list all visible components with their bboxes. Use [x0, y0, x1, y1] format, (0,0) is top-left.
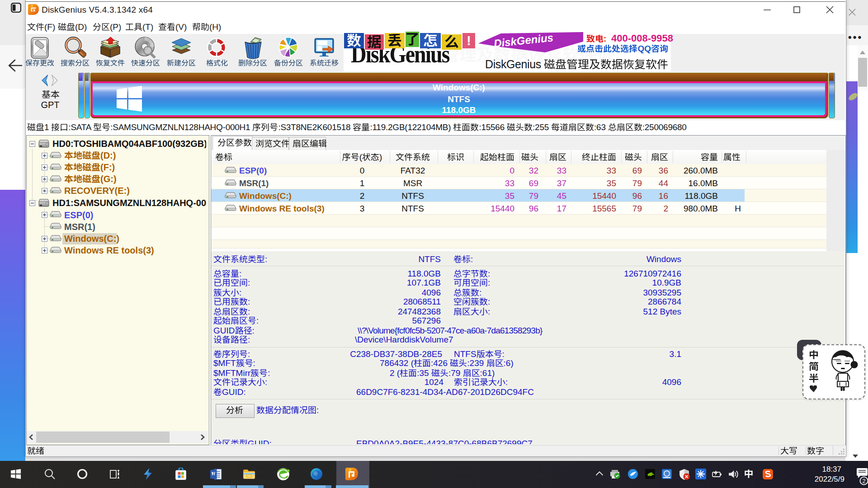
svg-text:2: 2: [862, 478, 865, 484]
